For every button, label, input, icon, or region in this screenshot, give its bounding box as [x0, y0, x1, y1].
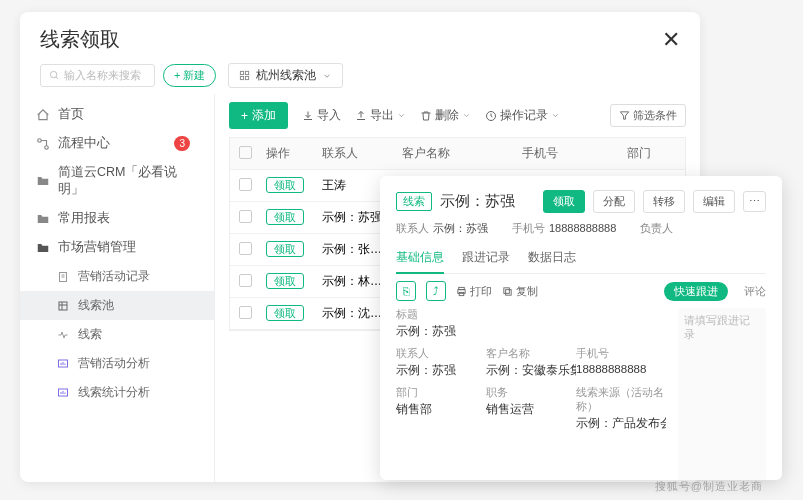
col-op: 操作	[260, 141, 316, 166]
row-checkbox[interactable]	[239, 178, 252, 191]
copy-button[interactable]: 复制	[502, 284, 538, 299]
chevron-down-icon	[551, 111, 560, 120]
delete-button[interactable]: 删除	[420, 107, 471, 124]
sidebar-item-campaign-log[interactable]: 营销活动记录	[20, 262, 214, 291]
panel-more-button[interactable]: ⋯	[743, 191, 766, 212]
row-checkbox[interactable]	[239, 274, 252, 287]
page-title: 线索领取	[40, 26, 120, 53]
clock-icon	[485, 110, 497, 122]
export-icon	[355, 110, 367, 122]
new-button[interactable]: + 新建	[163, 64, 216, 87]
panel-transfer-button[interactable]: 转移	[643, 190, 685, 213]
panel-edit-button[interactable]: 编辑	[693, 190, 735, 213]
field-title: 标题示例：苏强	[396, 308, 666, 339]
tab-log[interactable]: 数据日志	[528, 244, 576, 273]
chevron-down-icon	[397, 111, 406, 120]
quick-follow-button[interactable]: 快速跟进	[664, 282, 728, 301]
header: 线索领取 ✕	[20, 12, 700, 63]
chevron-down-icon	[322, 71, 332, 81]
select-all-checkbox[interactable]	[239, 146, 252, 159]
tab-basic[interactable]: 基础信息	[396, 244, 444, 274]
field-contact: 联系人示例：苏强	[396, 347, 486, 378]
panel-title: 示例：苏强	[440, 192, 535, 211]
sidebar: 首页 流程中心3 简道云CRM「必看说明」 常用报表 市场营销管理 营销活动记录…	[20, 94, 215, 482]
svg-rect-27	[506, 289, 512, 295]
filter-button[interactable]: 筛选条件	[610, 104, 686, 127]
sidebar-item-lead-stats[interactable]: 线索统计分析	[20, 378, 214, 407]
svg-rect-28	[504, 287, 510, 293]
svg-rect-5	[246, 76, 249, 79]
panel-tabs: 基础信息 跟进记录 数据日志	[396, 244, 766, 274]
follow-input[interactable]: 请填写跟进记录	[678, 308, 766, 480]
chart-icon	[56, 357, 70, 371]
tab-followup[interactable]: 跟进记录	[462, 244, 510, 273]
panel-body: 标题示例：苏强 联系人示例：苏强 客户名称示例：安徽泰乐集团 手机号188888…	[396, 308, 766, 480]
folder-open-icon	[36, 241, 50, 255]
chevron-down-icon	[462, 111, 471, 120]
link-icon[interactable]: ⎘	[396, 281, 416, 301]
sidebar-item-leads[interactable]: 线索	[20, 320, 214, 349]
col-phone: 手机号	[516, 141, 621, 166]
flow-icon	[36, 137, 50, 151]
folder-icon	[36, 174, 50, 188]
print-icon	[456, 286, 467, 297]
claim-button[interactable]: 领取	[266, 209, 304, 225]
close-icon[interactable]: ✕	[662, 27, 680, 53]
svg-rect-2	[241, 71, 244, 74]
svg-marker-23	[620, 112, 628, 119]
copy-icon	[502, 286, 513, 297]
export-button[interactable]: 导出	[355, 107, 406, 124]
svg-point-0	[50, 71, 56, 77]
filter-icon	[619, 110, 630, 121]
table-header: 操作 联系人 客户名称 手机号 部门	[230, 138, 685, 170]
claim-button[interactable]: 领取	[266, 273, 304, 289]
watermark: 搜狐号@制造业老商	[655, 479, 763, 494]
field-source: 线索来源（活动名称）示例：产品发布会直播	[576, 386, 666, 431]
claim-button[interactable]: 领取	[266, 241, 304, 257]
add-button[interactable]: +添加	[229, 102, 288, 129]
svg-rect-3	[246, 71, 249, 74]
sidebar-item-reports[interactable]: 常用报表	[20, 204, 214, 233]
svg-line-1	[56, 77, 58, 79]
row-checkbox[interactable]	[239, 242, 252, 255]
claim-button[interactable]: 领取	[266, 177, 304, 193]
top-toolbar: 输入名称来搜索 + 新建 杭州线索池	[20, 63, 700, 94]
panel-assign-button[interactable]: 分配	[593, 190, 635, 213]
sidebar-item-marketing[interactable]: 市场营销管理	[20, 233, 214, 262]
sidebar-item-crm[interactable]: 简道云CRM「必看说明」	[20, 158, 214, 204]
pool-label: 杭州线索池	[256, 67, 316, 84]
share-icon[interactable]: ⤴	[426, 281, 446, 301]
list-icon	[56, 299, 70, 313]
search-icon	[49, 70, 60, 81]
field-dept: 部门销售部	[396, 386, 486, 431]
trash-icon	[420, 110, 432, 122]
sidebar-item-home[interactable]: 首页	[20, 100, 214, 129]
sidebar-item-flow[interactable]: 流程中心3	[20, 129, 214, 158]
home-icon	[36, 108, 50, 122]
import-icon	[302, 110, 314, 122]
doc-icon	[56, 270, 70, 284]
panel-claim-button[interactable]: 领取	[543, 190, 585, 213]
row-checkbox[interactable]	[239, 210, 252, 223]
sidebar-item-campaign-analysis[interactable]: 营销活动分析	[20, 349, 214, 378]
badge: 3	[174, 136, 190, 151]
import-button[interactable]: 导入	[302, 107, 341, 124]
row-checkbox[interactable]	[239, 306, 252, 319]
svg-point-7	[45, 145, 49, 149]
panel-header: 线索 示例：苏强 领取 分配 转移 编辑 ⋯	[396, 190, 766, 213]
comment-button[interactable]: 评论	[744, 284, 766, 299]
sidebar-item-lead-pool[interactable]: 线索池	[20, 291, 214, 320]
field-role: 职务销售运营	[486, 386, 576, 431]
grid-icon	[239, 70, 250, 81]
print-button[interactable]: 打印	[456, 284, 492, 299]
panel-tools: ⎘ ⤴ 打印 复制 快速跟进 评论	[396, 274, 766, 308]
claim-button[interactable]: 领取	[266, 305, 304, 321]
log-button[interactable]: 操作记录	[485, 107, 560, 124]
search-input[interactable]: 输入名称来搜索	[40, 64, 155, 87]
search-placeholder: 输入名称来搜索	[64, 68, 141, 83]
folder-icon	[36, 212, 50, 226]
pulse-icon	[56, 328, 70, 342]
pool-selector[interactable]: 杭州线索池	[228, 63, 343, 88]
field-phone: 手机号18888888888	[576, 347, 666, 378]
svg-rect-4	[241, 76, 244, 79]
